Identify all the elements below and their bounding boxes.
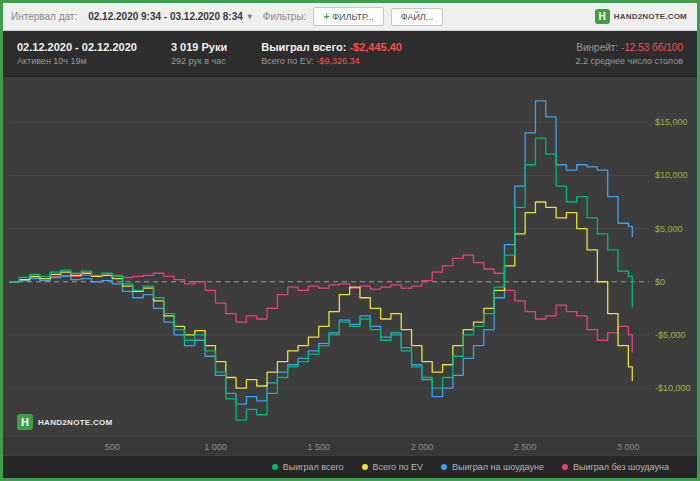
chart-watermark: H HAND2NOTE.COM bbox=[17, 414, 113, 430]
svg-text:1 500: 1 500 bbox=[307, 442, 330, 452]
legend-dot-non-showdown bbox=[562, 464, 568, 470]
hand2note-watermark-icon: H bbox=[17, 414, 33, 430]
svg-text:3 000: 3 000 bbox=[617, 442, 640, 452]
date-range-value: 02.12.2020 9:34 - 03.12.2020 8:34 bbox=[88, 11, 243, 22]
ev-total-value: -$9,326.34 bbox=[316, 56, 359, 66]
winrate-value: -12.53 бб/100 bbox=[621, 42, 683, 53]
svg-text:$5,000: $5,000 bbox=[655, 224, 683, 234]
hand2note-logo-icon: H bbox=[595, 9, 610, 24]
svg-text:$10,000: $10,000 bbox=[655, 170, 688, 180]
stats-bar: 02.12.2020 - 02.12.2020 Активен 10ч 19м … bbox=[3, 31, 697, 77]
filter-button-label: ФИЛЬТР... bbox=[332, 12, 374, 22]
avg-tables-value: 2.2 среднее число столов bbox=[575, 56, 683, 66]
chevron-down-icon: ▾ bbox=[248, 12, 252, 21]
legend-dot-won-total bbox=[272, 464, 278, 470]
add-filter-button[interactable]: + ФИЛЬТР... bbox=[313, 7, 383, 26]
stat-group-dates: 02.12.2020 - 02.12.2020 Активен 10ч 19м bbox=[17, 41, 137, 66]
svg-text:500: 500 bbox=[105, 442, 120, 452]
legend-dot-showdown bbox=[441, 464, 447, 470]
won-total-value: -$2,445.40 bbox=[349, 41, 402, 53]
legend-label: Выиграл на шоудауне bbox=[452, 462, 544, 472]
file-button-label: ФАЙЛ... bbox=[401, 12, 434, 22]
filters-label: Фильтры: bbox=[263, 11, 307, 22]
svg-text:2 000: 2 000 bbox=[411, 442, 434, 452]
won-total-label: Выиграл всего: bbox=[261, 41, 346, 53]
legend-item-ev-total[interactable]: Всего по EV bbox=[362, 462, 423, 472]
chart-area: $15,000$10,000$5,000$0-$5,000-$10,000500… bbox=[3, 77, 697, 456]
stats-active-time: Активен 10ч 19м bbox=[17, 56, 137, 66]
stat-group-winnings: Выиграл всего: -$2,445.40 Всего по EV: -… bbox=[261, 41, 402, 66]
toolbar: Интервал дат: 02.12.2020 9:34 - 03.12.20… bbox=[3, 3, 697, 31]
svg-text:2 500: 2 500 bbox=[514, 442, 537, 452]
svg-text:1 000: 1 000 bbox=[204, 442, 227, 452]
legend-item-showdown[interactable]: Выиграл на шоудауне bbox=[441, 462, 544, 472]
legend-item-non-showdown[interactable]: Выиграл без шоудауна bbox=[562, 462, 669, 472]
chart-legend: Выиграл всего Всего по EV Выиграл на шоу… bbox=[3, 456, 697, 478]
svg-text:$15,000: $15,000 bbox=[655, 117, 688, 127]
stats-hands-count: 3 019 Руки bbox=[171, 41, 227, 53]
winrate-label: Винрейт: bbox=[576, 42, 618, 53]
legend-label: Выиграл без шоудауна bbox=[573, 462, 669, 472]
legend-label: Всего по EV bbox=[373, 462, 423, 472]
svg-text:-$5,000: -$5,000 bbox=[655, 330, 686, 340]
brand-text: HAND2NOTE.COM bbox=[614, 12, 687, 21]
svg-text:-$10,000: -$10,000 bbox=[655, 383, 691, 393]
ev-total-label: Всего по EV: bbox=[261, 56, 314, 66]
file-button[interactable]: ФАЙЛ... bbox=[391, 8, 444, 26]
date-range-select[interactable]: 02.12.2020 9:34 - 03.12.2020 8:34 ▾ bbox=[84, 8, 256, 25]
interval-label: Интервал дат: bbox=[11, 11, 77, 22]
legend-label: Выиграл всего bbox=[283, 462, 344, 472]
stats-date-range: 02.12.2020 - 02.12.2020 bbox=[17, 41, 137, 53]
legend-item-won-total[interactable]: Выиграл всего bbox=[272, 462, 344, 472]
stats-hands-per-hour: 292 рук в час bbox=[171, 56, 227, 66]
stat-group-hands: 3 019 Руки 292 рук в час bbox=[171, 41, 227, 66]
brand-logo: H HAND2NOTE.COM bbox=[595, 9, 689, 24]
stat-group-winrate: Винрейт: -12.53 бб/100 2.2 среднее число… bbox=[575, 42, 683, 66]
legend-dot-ev-total bbox=[362, 464, 368, 470]
svg-text:$0: $0 bbox=[655, 277, 665, 287]
app-window: Интервал дат: 02.12.2020 9:34 - 03.12.20… bbox=[0, 0, 700, 481]
winnings-line-chart: $15,000$10,000$5,000$0-$5,000-$10,000500… bbox=[3, 77, 697, 456]
watermark-text: HAND2NOTE.COM bbox=[38, 418, 113, 427]
plus-icon: + bbox=[323, 11, 329, 22]
